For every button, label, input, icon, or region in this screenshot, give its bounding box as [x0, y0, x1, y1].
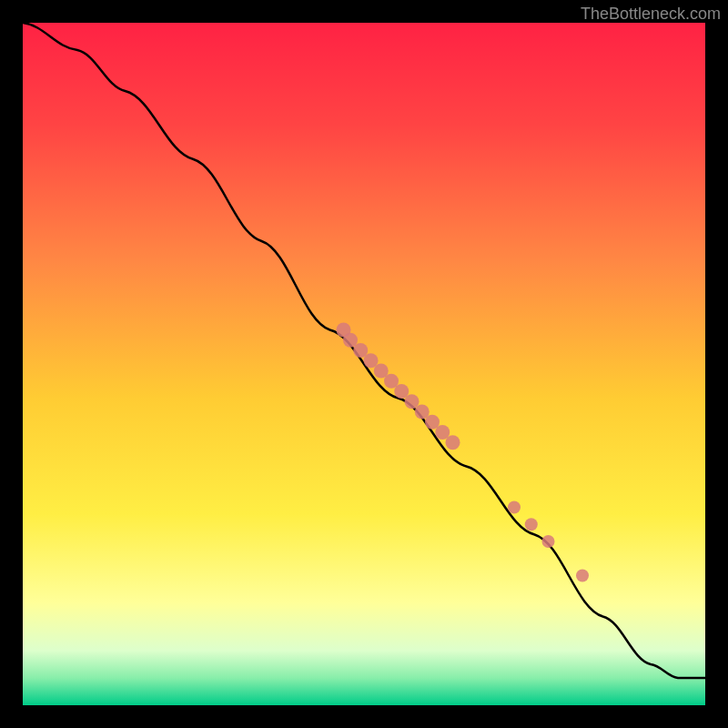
data-point: [446, 435, 460, 450]
data-point: [508, 501, 521, 514]
chart-container: [23, 23, 705, 705]
highlighted-points-group: [337, 323, 590, 582]
data-point: [576, 570, 589, 582]
data-point: [542, 535, 555, 548]
curve-overlay: [23, 23, 705, 705]
watermark-text: TheBottleneck.com: [581, 5, 721, 24]
data-point: [525, 518, 538, 531]
